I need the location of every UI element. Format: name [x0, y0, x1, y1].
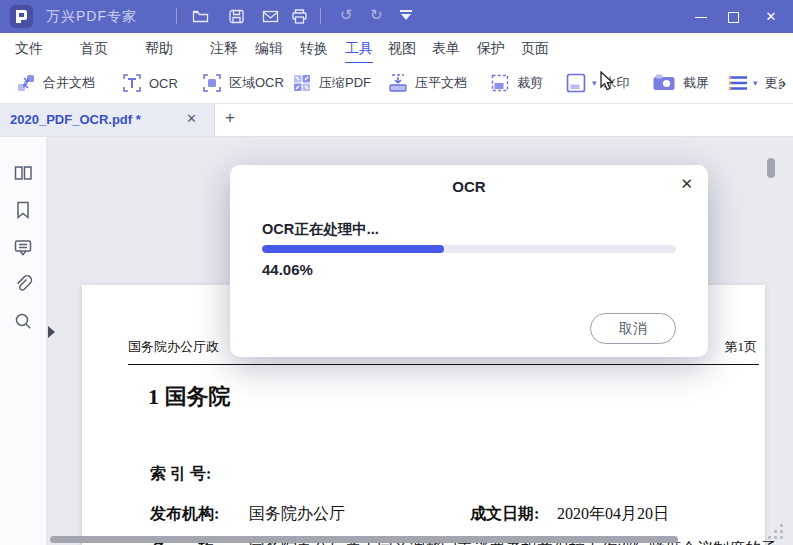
flatten-document-button[interactable]: 压平文档: [388, 63, 467, 103]
tool-label: 压缩PDF: [319, 74, 371, 92]
thumbnails-icon[interactable]: [13, 163, 33, 183]
dialog-title: OCR: [230, 178, 708, 195]
titlebar-separator: [320, 8, 321, 24]
tool-label: 区域OCR: [229, 74, 284, 92]
tools-toolbar: 合并文档 OCR 区域OCR 压缩PDF 压平文档 裁剪 ▾ 水印 截屏 ▾ 更…: [0, 63, 793, 104]
redo-icon[interactable]: ↻: [370, 6, 383, 24]
menu-convert[interactable]: 转换: [300, 40, 328, 58]
ocr-button[interactable]: OCR: [122, 63, 178, 103]
menu-home[interactable]: 首页: [80, 40, 108, 58]
titlebar-separator: [176, 8, 177, 24]
compress-pdf-button[interactable]: 压缩PDF: [292, 63, 371, 103]
tab-title: 2020_PDF_OCR.pdf *: [10, 112, 141, 127]
chevron-down-icon[interactable]: ▾: [592, 78, 597, 88]
app-title: 万兴PDF专家: [46, 8, 137, 26]
field-label: 成文日期:: [470, 504, 539, 525]
email-icon[interactable]: [262, 8, 279, 25]
flatten-document-icon: [388, 73, 408, 93]
more-tools-icon: [728, 75, 748, 91]
tool-label: 截屏: [683, 74, 709, 92]
field-value: 2020年04月20日: [557, 504, 669, 525]
field-label: 发布机构:: [150, 504, 219, 525]
page-number: 第1页: [725, 338, 758, 356]
vertical-scrollbar[interactable]: [767, 158, 775, 178]
compress-pdf-icon: [292, 73, 312, 93]
menu-protect[interactable]: 保护: [477, 40, 505, 58]
document-tab-bar: 2020_PDF_OCR.pdf * ✕ +: [0, 104, 793, 137]
customize-toolbar-icon[interactable]: [400, 10, 412, 20]
save-icon[interactable]: [228, 8, 245, 25]
close-window-button[interactable]: ✕: [756, 0, 786, 33]
progress-bar-track: [262, 245, 676, 253]
mouse-cursor: [598, 71, 616, 91]
region-ocr-icon: [202, 73, 222, 93]
menu-page[interactable]: 页面: [521, 40, 549, 58]
menu-view[interactable]: 视图: [388, 40, 416, 58]
screenshot-button[interactable]: 截屏: [652, 63, 709, 103]
dialog-close-icon[interactable]: ✕: [680, 175, 693, 193]
menu-help[interactable]: 帮助: [145, 40, 173, 58]
maximize-button[interactable]: [718, 0, 748, 33]
cancel-button[interactable]: 取消: [590, 313, 676, 344]
horizontal-scrollbar[interactable]: [50, 536, 678, 543]
tab-close-icon[interactable]: ✕: [186, 111, 197, 126]
comments-icon[interactable]: [13, 237, 33, 257]
document-heading: 1 国务院: [148, 382, 231, 412]
menu-file[interactable]: 文件: [15, 40, 43, 58]
crop-icon: [490, 73, 510, 93]
menu-tools[interactable]: 工具: [345, 40, 373, 64]
undo-icon[interactable]: ↺: [340, 6, 353, 24]
region-ocr-button[interactable]: 区域OCR: [202, 63, 284, 103]
search-icon[interactable]: [13, 311, 33, 331]
bookmarks-icon[interactable]: [13, 200, 33, 220]
ocr-status-text: OCR正在处理中...: [262, 220, 379, 239]
tool-label: 压平文档: [415, 74, 467, 92]
print-icon[interactable]: [291, 8, 308, 25]
minimize-button[interactable]: [686, 0, 716, 33]
new-tab-button[interactable]: +: [225, 108, 235, 128]
ocr-progress-dialog: OCR ✕ OCR正在处理中... 44.06% 取消: [230, 165, 708, 357]
field-value: 国务院办公厅: [249, 504, 345, 525]
progress-bar-fill: [262, 245, 444, 253]
more-tools-button[interactable]: ▾ 更多: [728, 63, 782, 103]
progress-percent-label: 44.06%: [262, 261, 313, 278]
tool-label: 更多: [765, 74, 782, 92]
sidebar-expand-handle[interactable]: [48, 326, 55, 338]
menu-bar: 文件 首页 帮助 注释 编辑 转换 工具 视图 表单 保护 页面: [0, 33, 793, 63]
menu-edit[interactable]: 编辑: [255, 40, 283, 58]
ocr-icon: [122, 73, 142, 93]
merge-documents-button[interactable]: 合并文档: [16, 63, 95, 103]
attachments-icon[interactable]: [13, 274, 33, 294]
crop-button[interactable]: 裁剪: [490, 63, 543, 103]
resize-grip[interactable]: [768, 524, 786, 540]
toolbar-expand-chevron[interactable]: ›: [781, 74, 786, 91]
field-label: 索 引 号:: [150, 464, 211, 485]
tool-label: OCR: [149, 76, 178, 91]
app-logo-icon: [10, 5, 33, 28]
open-folder-icon[interactable]: [192, 8, 209, 25]
menu-form[interactable]: 表单: [432, 40, 460, 58]
menu-comment[interactable]: 注释: [210, 40, 238, 58]
screenshot-icon: [652, 73, 676, 93]
merge-documents-icon: [16, 73, 36, 93]
tool-label: 合并文档: [43, 74, 95, 92]
document-tab[interactable]: 2020_PDF_OCR.pdf * ✕: [0, 104, 215, 136]
header-rule: [128, 364, 759, 365]
tool-label: 裁剪: [517, 74, 543, 92]
title-bar: 万兴PDF专家 ↺ ↻ ✕: [0, 0, 793, 33]
watermark-icon: [565, 72, 587, 94]
chevron-down-icon[interactable]: ▾: [753, 78, 758, 88]
page-header-left: 国务院办公厅政: [128, 338, 219, 356]
navigation-sidebar: [0, 137, 47, 545]
